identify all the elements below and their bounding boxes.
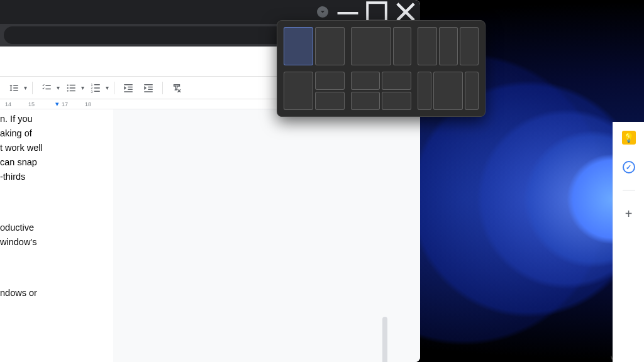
ruler-mark: 17 [62, 101, 82, 107]
body-text: window's [0, 235, 113, 250]
snap-layout-two-wide-left [351, 27, 412, 65]
snap-zone[interactable] [418, 72, 431, 110]
snap-zone[interactable] [315, 92, 345, 110]
snap-zone[interactable] [382, 92, 411, 110]
svg-rect-1 [367, 3, 386, 21]
snap-zone[interactable] [284, 27, 313, 65]
snap-zone[interactable] [460, 27, 479, 65]
watermark: wssin.com [611, 354, 640, 361]
snap-zone[interactable] [351, 92, 380, 110]
svg-text:3: 3 [91, 89, 93, 93]
snap-zone[interactable] [315, 72, 345, 90]
keep-icon[interactable]: 💡 [622, 131, 636, 145]
body-text: n. If you [0, 112, 113, 126]
ruler-mark: 14 [5, 101, 26, 107]
snap-zone[interactable] [351, 72, 380, 90]
indent-marker-icon[interactable]: ▾ [55, 100, 59, 108]
ruler-mark: 15 [28, 101, 49, 107]
snap-zone[interactable] [315, 27, 345, 65]
numbered-list-button[interactable]: 123 [87, 79, 104, 97]
svg-rect-15 [94, 87, 100, 89]
document-page[interactable]: n. If you aking of t work well can snap … [0, 109, 113, 362]
snap-zone[interactable] [439, 27, 458, 65]
snap-zone[interactable] [418, 27, 436, 65]
tasks-icon[interactable]: ✓ [623, 161, 635, 173]
scrollbar-thumb[interactable] [382, 317, 387, 362]
body-text: ndows or [0, 286, 113, 300]
snap-zone[interactable] [465, 72, 479, 110]
chevron-down-icon[interactable]: ▾ [57, 84, 60, 91]
line-spacing-button[interactable] [5, 79, 23, 97]
snap-zone[interactable] [351, 27, 392, 65]
svg-rect-14 [94, 84, 100, 85]
svg-rect-9 [70, 87, 75, 89]
snap-layout-two-equal [284, 27, 345, 65]
separator [114, 82, 114, 94]
snap-layout-three-wide-center [418, 72, 479, 110]
snap-layout-left-tall-right-stack [284, 72, 345, 110]
snap-zone[interactable] [433, 72, 464, 110]
separator [32, 82, 33, 94]
tab-dropdown-icon[interactable] [317, 6, 328, 18]
snap-zone[interactable] [382, 72, 411, 90]
body-text: t work well [0, 141, 113, 155]
ruler-mark: 18 [85, 101, 106, 107]
svg-rect-16 [94, 90, 100, 92]
separator [623, 190, 635, 190]
snap-layouts-flyout [277, 20, 486, 117]
chevron-down-icon[interactable]: ▾ [81, 84, 84, 91]
chevron-down-icon[interactable]: ▾ [106, 84, 109, 91]
svg-point-5 [67, 84, 69, 85]
snap-layout-three-columns [418, 27, 479, 65]
svg-rect-10 [70, 90, 75, 91]
decrease-indent-button[interactable] [119, 79, 137, 97]
body-text: -thirds [0, 170, 113, 184]
increase-indent-button[interactable] [140, 79, 157, 97]
clear-formatting-button[interactable] [168, 79, 186, 97]
svg-rect-8 [70, 84, 75, 85]
checklist-button[interactable] [38, 79, 55, 97]
svg-point-6 [67, 87, 69, 88]
body-text: can snap [0, 155, 113, 170]
svg-point-7 [67, 90, 69, 91]
separator [162, 82, 163, 94]
add-on-plus-icon[interactable]: + [625, 207, 633, 221]
snap-zone[interactable] [393, 27, 411, 65]
body-text: oductive [0, 221, 113, 235]
snap-layout-quad [351, 72, 412, 110]
snap-zone[interactable] [284, 72, 313, 110]
body-text: aking of [0, 126, 113, 141]
side-panel: 💡 ✓ + [613, 122, 644, 362]
svg-rect-0 [338, 12, 358, 14]
bulleted-list-button[interactable] [62, 79, 80, 97]
chevron-down-icon[interactable]: ▾ [24, 84, 27, 91]
document-canvas[interactable]: n. If you aking of t work well can snap … [0, 109, 420, 362]
